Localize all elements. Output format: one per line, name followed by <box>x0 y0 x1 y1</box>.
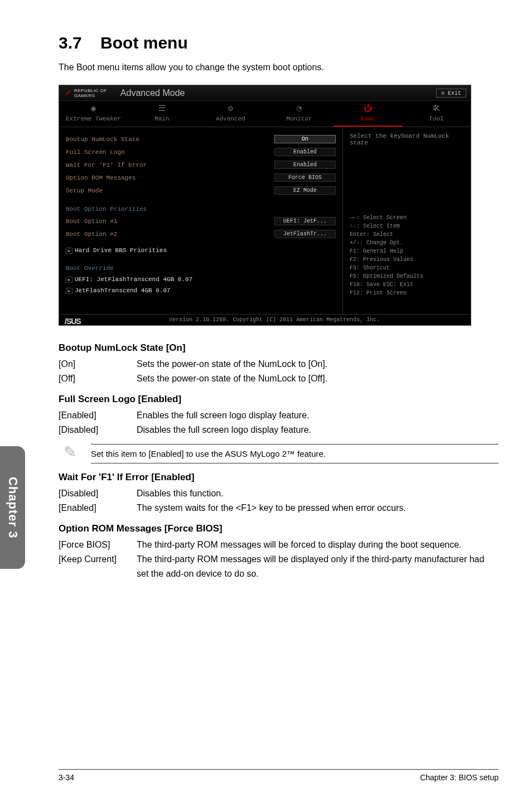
bios-footer: /SUS Version 2.10.1208. Copyright (C) 20… <box>59 314 471 325</box>
tab-label: Main <box>154 115 169 122</box>
setting-value[interactable]: Enabled <box>274 148 336 156</box>
option-desc: Sets the power-on state of the NumLock t… <box>137 371 499 386</box>
setting-full-screen-logo[interactable]: Full Screen Logo Enabled <box>66 146 336 158</box>
setting-value[interactable]: UEFI: JetF... <box>274 217 336 225</box>
option-desc: The third-party ROM messages will be for… <box>137 538 499 552</box>
section-number: 3.7 <box>59 33 82 52</box>
tab-label: Extreme Tweaker <box>66 115 121 122</box>
option-key: [Keep Current] <box>59 552 137 581</box>
note-text: Set this item to [Enabled] to use the AS… <box>91 444 499 463</box>
brand-line1: REPUBLIC OF <box>74 88 107 93</box>
rog-logo: ⟋ REPUBLIC OF GAMERS <box>64 88 107 98</box>
doc-heading-numlock: Bootup NumLock State [On] <box>59 342 499 354</box>
boot-priorities-header: Boot Option Priorities <box>66 204 336 215</box>
setting-value[interactable]: JetFlashTr... <box>274 230 336 238</box>
option-row: [Off]Sets the power-on state of the NumL… <box>59 371 499 386</box>
setting-value[interactable]: On <box>274 135 336 143</box>
brand-line2: GAMERS <box>74 93 107 98</box>
tab-monitor[interactable]: ◔Monitor <box>265 101 333 127</box>
bios-help-panel: Select the keyboard NumLock state →←: Se… <box>342 127 471 314</box>
keyboard-shortcuts: →←: Select Screen ↑↓: Select Item Enter:… <box>350 214 423 297</box>
setting-label: Boot Option #2 <box>66 231 274 238</box>
setting-numlock-state[interactable]: Bootup NumLock State On <box>66 133 336 146</box>
setting-wait-f1[interactable]: Wait For 'F1' If Error Enabled <box>66 158 336 171</box>
help-line: →←: Select Screen <box>350 214 423 222</box>
tab-label: Boot <box>360 115 375 122</box>
doc-heading-option-rom: Option ROM Messages [Force BIOS] <box>59 523 499 534</box>
exit-icon: ⎋ <box>441 90 444 96</box>
doc-heading-wait-f1: Wait For 'F1' If Error [Enabled] <box>59 472 499 483</box>
context-help-text: Select the keyboard NumLock state <box>350 133 464 146</box>
rog-slash-icon: ⟋ <box>64 88 72 98</box>
exit-button[interactable]: ⎋ Exit <box>436 89 466 98</box>
option-desc: Disables this function. <box>137 486 499 501</box>
setting-label: Setup Mode <box>66 187 274 194</box>
help-line: F10: Save ESC: Exit <box>350 281 423 289</box>
monitor-icon: ◔ <box>267 105 331 113</box>
option-key: [Force BIOS] <box>59 538 137 552</box>
setting-label: Full Screen Logo <box>66 149 274 156</box>
option-key: [Enabled] <box>59 408 137 423</box>
option-desc: Sets the power-on state of the NumLock t… <box>137 357 499 371</box>
setting-label: Boot Option #1 <box>66 218 274 225</box>
setting-label: Bootup NumLock State <box>66 136 274 143</box>
chapter-label: Chapter 3 <box>6 477 20 538</box>
option-desc: Disables the full screen logo display fe… <box>137 423 499 437</box>
setting-label: Option ROM Messages <box>66 175 274 181</box>
chevron-right-icon: ▶ <box>66 277 72 283</box>
section-heading: 3.7 Boot menu <box>59 33 499 52</box>
chevron-right-icon: ▶ <box>66 288 72 294</box>
boot-option-1[interactable]: Boot Option #1 UEFI: JetF... <box>66 215 336 228</box>
exit-label: Exit <box>448 90 461 96</box>
link-label: JetFlashTranscend 4GB 8.07 <box>75 287 171 294</box>
setting-value[interactable]: Force BIOS <box>274 173 336 182</box>
tab-boot[interactable]: ⏻Boot <box>333 101 402 127</box>
option-key: [On] <box>59 357 137 371</box>
option-key: [Enabled] <box>59 501 137 515</box>
setting-setup-mode[interactable]: Setup Mode EZ Mode <box>66 184 336 197</box>
help-line: F12: Print Screen <box>350 289 423 297</box>
tab-main[interactable]: ☰Main <box>128 101 196 127</box>
asus-logo: /SUS <box>61 317 81 326</box>
help-line: +/-: Change Opt. <box>350 239 423 247</box>
setting-value[interactable]: EZ Mode <box>274 186 336 195</box>
option-row: [Disabled]Disables this function. <box>59 486 499 501</box>
option-row: [Disabled]Disables the full screen logo … <box>59 423 499 437</box>
tab-extreme-tweaker[interactable]: ◉Extreme Tweaker <box>59 101 128 127</box>
option-key: [Disabled] <box>59 423 137 437</box>
option-desc: The third-party ROM messages will be dis… <box>137 552 499 581</box>
help-line: ↑↓: Select Item <box>350 222 423 230</box>
power-icon: ⏻ <box>336 105 400 113</box>
help-line: Enter: Select <box>350 230 423 239</box>
page-footer: 3-34 Chapter 3: BIOS setup <box>59 769 499 782</box>
bios-nav-tabs: ◉Extreme Tweaker ☰Main ⚙Advanced ◔Monito… <box>59 101 471 127</box>
list-icon: ☰ <box>130 105 194 113</box>
doc-heading-fullscreen: Full Screen Logo [Enabled] <box>59 394 499 405</box>
link-label: UEFI: JetFlashTranscend 4GB 8.07 <box>75 276 192 283</box>
tab-tool[interactable]: 🛠Tool <box>402 101 471 127</box>
setting-value[interactable]: Enabled <box>274 161 336 169</box>
note-callout: ✎ Set this item to [Enabled] to use the … <box>59 443 499 464</box>
option-row: [Force BIOS]The third-party ROM messages… <box>59 538 499 552</box>
option-desc: Enables the full screen logo display fea… <box>137 408 499 423</box>
help-line: F2: Previous Values <box>350 255 423 264</box>
link-hdd-bbs[interactable]: ▶Hard Drive BBS Priorities <box>66 245 336 256</box>
link-jetflash-boot[interactable]: ▶JetFlashTranscend 4GB 8.07 <box>66 285 336 296</box>
page-number: 3-34 <box>59 773 74 782</box>
option-desc: The system waits for the <F1> key to be … <box>137 501 499 515</box>
option-key: [Disabled] <box>59 486 137 501</box>
boot-option-2[interactable]: Boot Option #2 JetFlashTr... <box>66 228 336 240</box>
link-uefi-boot[interactable]: ▶UEFI: JetFlashTranscend 4GB 8.07 <box>66 274 336 285</box>
option-key: [Off] <box>59 371 137 386</box>
help-line: F3: Shortcut <box>350 264 423 272</box>
tab-advanced[interactable]: ⚙Advanced <box>196 101 265 127</box>
help-line: F1: General Help <box>350 247 423 255</box>
intro-text: The Boot menu items allow you to change … <box>59 62 499 73</box>
section-title: Boot menu <box>100 33 188 52</box>
chevron-right-icon: ▶ <box>66 248 72 254</box>
gear-icon: ⚙ <box>199 105 263 113</box>
gauge-icon: ◉ <box>61 105 125 113</box>
boot-override-header: Boot Override <box>66 263 336 274</box>
setting-option-rom[interactable]: Option ROM Messages Force BIOS <box>66 171 336 184</box>
bios-version-text: Version 2.10.1208. Copyright (C) 2011 Am… <box>169 317 380 323</box>
